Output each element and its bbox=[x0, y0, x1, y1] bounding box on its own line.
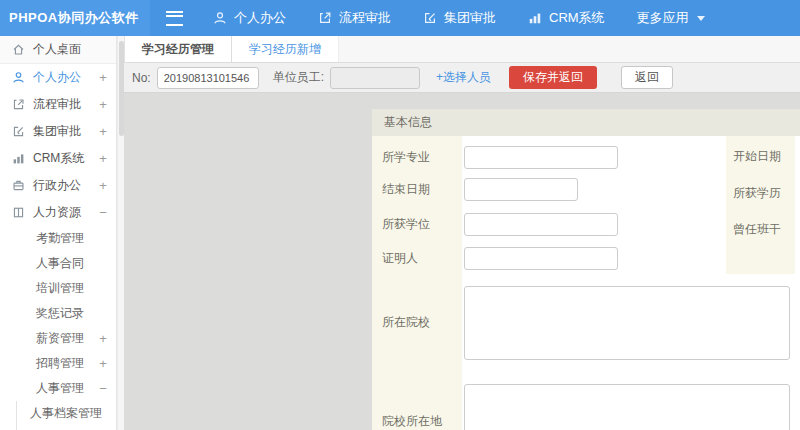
sidebar-item-label: 个人办公 bbox=[33, 69, 81, 86]
sidebar-item-hr-contract[interactable]: 人事合同 bbox=[0, 251, 116, 276]
main-area: 学习经历管理 学习经历新增 No: 单位员工: +选择人员 保存并返回 返回 基… bbox=[124, 36, 800, 430]
bar-chart-icon bbox=[528, 11, 542, 25]
sidebar-item-rewards[interactable]: 奖惩记录 bbox=[0, 301, 116, 326]
topnav-label: 流程审批 bbox=[339, 9, 391, 27]
book-icon bbox=[12, 206, 25, 219]
submit-icon bbox=[12, 98, 25, 111]
topnav-item-workflow-approval[interactable]: 流程审批 bbox=[318, 9, 391, 27]
sidebar: 个人桌面 个人办公 + 流程审批 + 集团审批 + CRM系统 + 行政办公 + bbox=[0, 36, 117, 430]
sidebar-item-personnel-mgmt[interactable]: 人事管理 − bbox=[0, 376, 116, 401]
expand-icon[interactable]: + bbox=[98, 125, 108, 138]
field-label-school: 所在院校 bbox=[382, 314, 430, 331]
sidebar-item-label: 奖惩记录 bbox=[36, 305, 84, 322]
field-label-school-location: 院校所在地 bbox=[382, 413, 442, 430]
submit-icon bbox=[318, 11, 332, 25]
edit-icon bbox=[423, 11, 437, 25]
witness-input[interactable] bbox=[464, 247, 618, 270]
expand-icon[interactable]: + bbox=[98, 152, 108, 165]
sidebar-item-desktop[interactable]: 个人桌面 bbox=[0, 36, 116, 64]
field-label-end-date: 结束日期 bbox=[382, 181, 430, 198]
user-icon bbox=[213, 11, 227, 25]
sidebar-item-label: 行政办公 bbox=[33, 177, 81, 194]
sidebar-item-training[interactable]: 培训管理 bbox=[0, 276, 116, 301]
expand-icon[interactable]: + bbox=[98, 332, 108, 345]
sidebar-item-label: 流程审批 bbox=[33, 96, 81, 113]
topnav-item-more-apps[interactable]: 更多应用 bbox=[637, 9, 706, 27]
app-logo: PHPOA协同办公软件 bbox=[0, 0, 150, 36]
sidebar-item-label: CRM系统 bbox=[33, 150, 84, 167]
expand-icon[interactable]: + bbox=[98, 179, 108, 192]
sidebar-item-personal-office[interactable]: 个人办公 + bbox=[0, 64, 116, 91]
employee-label: 单位员工: bbox=[273, 69, 324, 86]
field-label-major: 所学专业 bbox=[382, 149, 430, 166]
topnav-item-crm[interactable]: CRM系统 bbox=[528, 9, 605, 27]
field-label-degree: 所获学位 bbox=[382, 216, 430, 233]
expand-icon[interactable]: + bbox=[98, 71, 108, 84]
toolbar: No: 单位员工: +选择人员 保存并返回 返回 bbox=[124, 63, 800, 93]
sidebar-item-personnel-archive[interactable]: 人事档案管理 bbox=[17, 401, 116, 425]
no-input[interactable] bbox=[157, 67, 259, 89]
sidebar-item-hr[interactable]: 人力资源 − bbox=[0, 199, 116, 226]
field-label-class-cadre: 曾任班干 bbox=[733, 221, 781, 238]
sidebar-nested-group: 人事档案管理 证照管理 bbox=[16, 401, 116, 430]
sidebar-scrollbar[interactable] bbox=[117, 36, 124, 430]
sidebar-item-label: 人事管理 bbox=[36, 380, 84, 397]
hamburger-menu-icon[interactable] bbox=[166, 11, 183, 26]
select-person-link[interactable]: +选择人员 bbox=[436, 69, 491, 86]
sidebar-item-certificates[interactable]: 证照管理 bbox=[17, 425, 116, 430]
sidebar-item-label: 集团审批 bbox=[33, 123, 81, 140]
tab-bar: 学习经历管理 学习经历新增 bbox=[124, 36, 800, 63]
topnav-label: CRM系统 bbox=[549, 9, 605, 27]
back-button[interactable]: 返回 bbox=[621, 66, 673, 89]
topnav-item-group-approval[interactable]: 集团审批 bbox=[423, 9, 496, 27]
school-location-textarea[interactable] bbox=[464, 384, 790, 430]
degree-input[interactable] bbox=[464, 213, 618, 236]
sidebar-item-label: 人事档案管理 bbox=[30, 405, 102, 422]
topnav-label: 更多应用 bbox=[637, 9, 689, 27]
save-and-return-button[interactable]: 保存并返回 bbox=[509, 66, 597, 89]
sidebar-item-label: 培训管理 bbox=[36, 280, 84, 297]
expand-icon[interactable]: + bbox=[98, 98, 108, 111]
sidebar-item-attendance[interactable]: 考勤管理 bbox=[0, 226, 116, 251]
field-label-education: 所获学历 bbox=[733, 185, 781, 202]
collapse-icon[interactable]: − bbox=[98, 206, 108, 219]
sidebar-item-label: 人事合同 bbox=[36, 255, 84, 272]
sidebar-item-recruit[interactable]: 招聘管理 + bbox=[0, 351, 116, 376]
sidebar-item-label: 薪资管理 bbox=[36, 330, 84, 347]
sidebar-item-label: 招聘管理 bbox=[36, 355, 84, 372]
tab-study-history-manage[interactable]: 学习经历管理 bbox=[124, 36, 232, 62]
bar-chart-icon bbox=[12, 152, 25, 165]
topnav-item-personal-office[interactable]: 个人办公 bbox=[213, 9, 286, 27]
sidebar-item-group-approval[interactable]: 集团审批 + bbox=[0, 118, 116, 145]
collapse-icon[interactable]: − bbox=[98, 382, 108, 395]
sidebar-item-admin-office[interactable]: 行政办公 + bbox=[0, 172, 116, 199]
top-navbar: PHPOA协同办公软件 个人办公 流程审批 集团审批 CRM系统 更多应用 bbox=[0, 0, 800, 36]
major-input[interactable] bbox=[464, 146, 618, 169]
workspace: 基本信息 所学专业 结束日期 所获学位 证明人 所在院校 院校所在地 开始日期 … bbox=[124, 93, 800, 430]
field-label-start-date: 开始日期 bbox=[733, 148, 781, 165]
field-label-witness: 证明人 bbox=[382, 250, 418, 267]
no-label: No: bbox=[132, 71, 151, 85]
sidebar-item-crm[interactable]: CRM系统 + bbox=[0, 145, 116, 172]
form-panel: 基本信息 所学专业 结束日期 所获学位 证明人 所在院校 院校所在地 开始日期 … bbox=[372, 109, 800, 430]
school-textarea[interactable] bbox=[464, 286, 790, 360]
topnav-label: 个人办公 bbox=[234, 9, 286, 27]
end-date-input[interactable] bbox=[464, 178, 578, 201]
sidebar-item-label: 个人桌面 bbox=[33, 41, 81, 58]
section-title: 基本信息 bbox=[372, 109, 800, 136]
briefcase-icon bbox=[12, 179, 25, 192]
sidebar-item-label: 人力资源 bbox=[33, 204, 81, 221]
tab-study-history-new[interactable]: 学习经历新增 bbox=[232, 36, 339, 62]
sidebar-item-salary[interactable]: 薪资管理 + bbox=[0, 326, 116, 351]
employee-input[interactable] bbox=[330, 67, 420, 89]
sidebar-item-label: 考勤管理 bbox=[36, 230, 84, 247]
user-icon bbox=[12, 71, 25, 84]
edit-icon bbox=[12, 125, 25, 138]
topnav-label: 集团审批 bbox=[444, 9, 496, 27]
caret-down-icon bbox=[696, 13, 706, 23]
sidebar-item-workflow-approval[interactable]: 流程审批 + bbox=[0, 91, 116, 118]
home-icon bbox=[12, 43, 25, 56]
expand-icon[interactable]: + bbox=[98, 357, 108, 370]
